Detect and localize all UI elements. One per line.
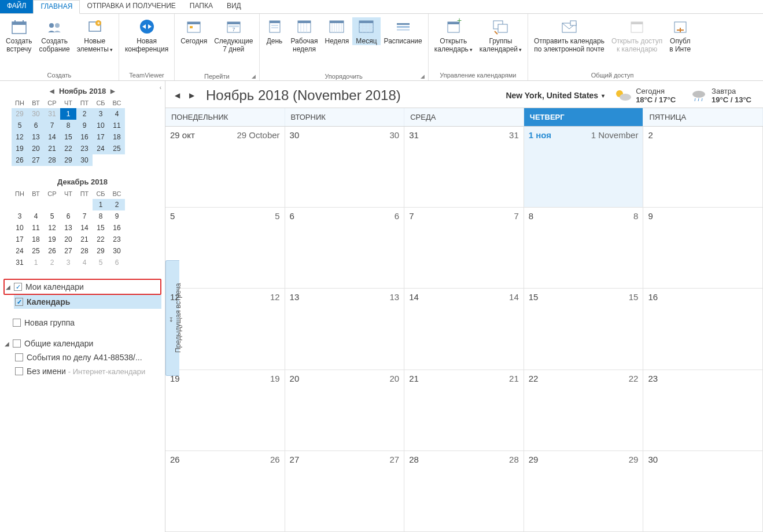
calendar-day-cell[interactable]: 2626 [165,451,285,531]
calendar-day-cell[interactable]: 3030 [285,127,405,207]
minical-day[interactable]: 20 [28,143,44,154]
minical-day[interactable]: 21 [44,143,60,154]
minical-day[interactable]: 29 [60,154,76,166]
calendar-day-cell[interactable]: 88 [524,208,644,288]
minical-day[interactable]: 29 [12,108,28,120]
minical-day[interactable]: 31 [12,257,28,268]
tree-my-calendars[interactable]: ◢ ✓ Мои календари [3,279,161,295]
minical-day[interactable]: 31 [44,108,60,120]
minical-day[interactable]: 6 [28,120,44,131]
calendar-day-cell[interactable]: 2727 [285,451,405,531]
tab-folder[interactable]: ПАПКА [183,0,220,13]
minical-day[interactable]: 22 [93,234,109,245]
minical-day[interactable]: 23 [76,143,93,154]
new-gathering-button[interactable]: Создать собрание [36,17,73,53]
calendar-day-cell[interactable]: 2 [643,127,763,207]
arrange-launcher-icon[interactable]: ◢ [421,73,425,79]
open-calendar-button[interactable]: + Открыть календарь▾ [431,17,476,54]
minical-day[interactable]: 28 [76,245,93,257]
minical-day[interactable]: 2 [76,108,93,120]
minical-day[interactable]: 29 [93,245,109,257]
collapse-sidebar-icon[interactable]: ‹ [160,84,161,91]
minical-prev-icon[interactable]: ◀ [45,88,59,94]
minical-day[interactable]: 1 [60,108,76,120]
minical-day[interactable]: 18 [109,131,125,143]
minical-day[interactable]: 6 [60,210,76,222]
minical-day[interactable]: 13 [60,222,76,234]
minical-day[interactable]: 3 [93,108,109,120]
minical-day[interactable]: 9 [76,120,93,131]
checkbox-icon[interactable]: ✓ [14,283,22,291]
minical-day[interactable]: 24 [93,143,109,154]
work-week-view-button[interactable]: Рабочая неделя [287,17,322,53]
cal-prev-button[interactable]: ◀ [172,91,182,99]
minical-day[interactable]: 1 [93,199,109,210]
minical-day[interactable]: 4 [28,210,44,222]
new-conference-button[interactable]: Новая конференция [121,17,172,53]
calendar-day-cell[interactable]: 2828 [404,451,524,531]
checkbox-icon[interactable]: ✓ [15,298,23,306]
minical-day[interactable]: 7 [44,120,60,131]
minical-day[interactable]: 20 [60,234,76,245]
weather-location-dropdown[interactable]: New York, United States ▾ [506,91,604,100]
tab-view[interactable]: ВИД [220,0,248,13]
calendar-day-cell[interactable]: 16 [643,289,763,369]
new-items-button[interactable]: ✶ Новые элементы▾ [73,17,116,54]
publish-button[interactable]: Опубл в Инте [666,17,694,53]
calendar-day-cell[interactable]: 1414 [404,289,524,369]
minical-day[interactable]: 3 [60,257,76,268]
today-button[interactable]: Сегодня [177,17,211,45]
checkbox-icon[interactable] [15,367,23,375]
minical-day[interactable]: 19 [44,234,60,245]
minical-day[interactable]: 30 [28,108,44,120]
minical-day[interactable]: 17 [12,234,28,245]
calendar-day-cell[interactable]: 2222 [524,370,644,450]
calendar-day-cell[interactable]: 30 [643,451,763,531]
day-view-button[interactable]: День [262,17,287,45]
minical-day[interactable]: 5 [44,210,60,222]
minical-next-icon[interactable]: ▶ [106,88,120,94]
calendar-day-cell[interactable]: 1919 [165,370,285,450]
minical-day[interactable]: 26 [12,154,28,166]
tree-shared-calendars[interactable]: ◢ Общие календари [3,337,161,350]
minical-day[interactable]: 4 [76,257,93,268]
new-meeting-button[interactable]: Создать встречу [2,17,36,53]
minical-day[interactable]: 14 [44,131,60,143]
minical-day[interactable]: 9 [109,210,125,222]
minical-day[interactable]: 11 [109,120,125,131]
tree-calendar[interactable]: ✓ Календарь [14,295,161,309]
minical-day[interactable]: 23 [109,234,125,245]
minical-day[interactable]: 25 [28,245,44,257]
minical-day[interactable]: 30 [109,245,125,257]
minical-day[interactable]: 22 [60,143,76,154]
minical-day[interactable]: 12 [12,131,28,143]
minical-day[interactable]: 10 [12,222,28,234]
minical-day[interactable]: 8 [93,210,109,222]
minical-day[interactable]: 26 [44,245,60,257]
calendar-day-cell[interactable]: 1212 [165,289,285,369]
calendar-day-cell[interactable]: 2020 [285,370,405,450]
minical-day[interactable]: 19 [12,143,28,154]
minical-day[interactable]: 16 [109,222,125,234]
calendar-day-cell[interactable]: 29 окт29 October [165,127,285,207]
calendar-day-cell[interactable]: 66 [285,208,405,288]
minical-day[interactable]: 3 [12,210,28,222]
calendar-day-cell[interactable]: 9 [643,208,763,288]
calendar-day-cell[interactable]: 1313 [285,289,405,369]
tree-new-group[interactable]: Новая группа [3,316,161,330]
minical-day[interactable]: 2 [109,199,125,210]
tab-file[interactable]: ФАЙЛ [0,0,33,13]
minical-day[interactable]: 12 [44,222,60,234]
minical-day[interactable]: 1 [28,257,44,268]
minical-day[interactable]: 24 [12,245,28,257]
minical-day[interactable]: 28 [44,154,60,166]
calendar-groups-button[interactable]: Группы календарей▾ [476,17,525,54]
minical-day[interactable]: 5 [93,257,109,268]
calendar-day-cell[interactable]: 77 [404,208,524,288]
checkbox-icon[interactable] [15,353,23,361]
tab-send-receive[interactable]: ОТПРАВКА И ПОЛУЧЕНИЕ [80,0,182,13]
minical-day[interactable]: 16 [76,131,93,143]
minical-day[interactable]: 15 [60,131,76,143]
minical-day[interactable]: 6 [109,257,125,268]
minical-day[interactable]: 4 [109,108,125,120]
